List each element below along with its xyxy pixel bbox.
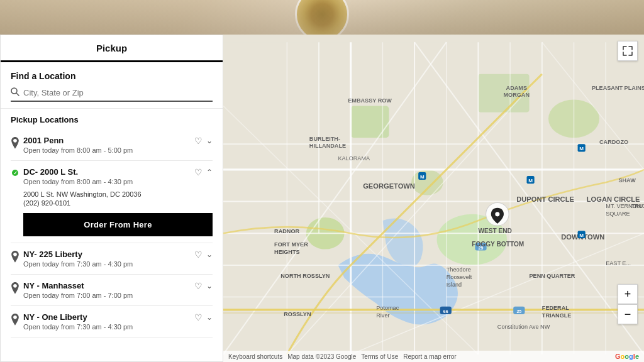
svg-text:CARDOZO: CARDOZO [599,139,628,145]
location-expanded: 2000 L St. NW Washington, DC 20036 (202)… [11,185,213,236]
location-header: 2001 Penn Open today from 8:00 am - 5:00… [11,136,213,154]
favorite-button[interactable]: ♡ [194,281,203,291]
location-info: NY - One Liberty Open today from 7:30 am… [23,312,133,331]
svg-line-1 [17,94,19,96]
collapse-button[interactable]: ⌃ [206,168,213,177]
map-footer: Keyboard shortcuts Map data ©2023 Google… [223,351,644,362]
keyboard-shortcuts[interactable]: Keyboard shortcuts [228,353,282,360]
map-svg: 25 29 66 EMBASSY ROW ADAMS MORGAN PLEASA… [223,35,644,362]
location-left: 2001 Penn Open today from 8:00 am - 5:00… [11,136,194,154]
svg-text:HILLANDALE: HILLANDALE [309,143,346,149]
location-name: NY - Manhasset [23,281,133,290]
map-controls [618,41,638,61]
report-error[interactable]: Report a map error [403,353,456,360]
svg-rect-5 [351,106,389,138]
location-header: NY - Manhasset Open today from 7:00 am -… [11,281,213,299]
location-hours: Open today from 7:00 am - 7:00 pm [23,292,133,299]
pin-icon [11,251,19,263]
svg-text:MORGAN: MORGAN [504,92,530,98]
svg-text:Constitution Ave NW: Constitution Ave NW [497,324,550,330]
location-actions: ♡ ⌄ [194,136,213,146]
top-banner [0,0,644,35]
expand-button[interactable]: ⌄ [206,250,213,259]
tab-bar: Pickup [1,35,223,62]
svg-text:SHAW: SHAW [618,177,636,184]
terms-of-use[interactable]: Terms of Use [361,353,398,360]
map-panel[interactable]: 25 29 66 EMBASSY ROW ADAMS MORGAN PLEASA… [223,35,644,362]
find-section: Find a Location [1,62,223,109]
svg-text:River: River [376,312,389,319]
svg-text:Theodore: Theodore [447,266,471,273]
svg-text:25: 25 [516,309,521,314]
svg-text:MT. VERNON: MT. VERNON [606,203,641,209]
location-actions: ♡ ⌄ [194,250,213,260]
svg-text:M: M [420,174,425,180]
zoom-in-button[interactable]: + [618,284,638,304]
location-header: DC- 2000 L St. Open today from 8:00 am -… [11,167,213,185]
svg-point-0 [11,88,17,94]
svg-text:BURLEITH-: BURLEITH- [309,136,340,142]
left-panel: Pickup Find a Location Pickup Locations [0,35,223,362]
map-container[interactable]: 25 29 66 EMBASSY ROW ADAMS MORGAN PLEASA… [223,35,644,362]
location-name: 2001 Penn [23,136,133,145]
svg-text:WEST END: WEST END [478,228,511,234]
locations-section: Pickup Locations 2001 Penn Open today fr… [1,109,223,361]
svg-text:FEDERAL: FEDERAL [542,305,569,311]
svg-text:ADAMS: ADAMS [506,85,527,91]
list-item: 2001 Penn Open today from 8:00 am - 5:00… [11,129,213,161]
search-icon [11,87,19,98]
location-address: 2000 L St. NW Washington, DC 20036 [23,190,213,198]
location-info: NY- 225 Liberty Open today from 7:30 am … [23,250,133,268]
location-info: NY - Manhasset Open today from 7:00 am -… [23,281,133,299]
location-info: DC- 2000 L St. Open today from 8:00 am -… [23,167,133,185]
svg-text:DUPONT CIRCLE: DUPONT CIRCLE [516,195,574,203]
expand-button[interactable]: ⌄ [206,282,213,290]
location-actions: ♡ ⌄ [194,281,213,291]
svg-text:M: M [579,233,584,238]
svg-text:Roosevelt: Roosevelt [447,274,472,280]
svg-text:PLEASANT PLAINS: PLEASANT PLAINS [592,85,644,91]
svg-text:GEORGETOWN: GEORGETOWN [363,182,415,190]
svg-text:FOGGY BOTTOM: FOGGY BOTTOM [472,241,524,248]
location-left: DC- 2000 L St. Open today from 8:00 am -… [11,167,194,185]
expand-button[interactable]: ⌄ [206,136,213,145]
svg-text:EMBASSY ROW: EMBASSY ROW [348,97,392,104]
expand-button[interactable]: ⌄ [206,313,213,322]
location-hours: Open today from 7:30 am - 4:30 pm [23,260,133,268]
zoom-controls: + − [618,284,638,324]
favorite-button[interactable]: ♡ [194,136,203,146]
location-hours: Open today from 8:00 am - 4:30 pm [23,178,133,185]
favorite-button[interactable]: ♡ [194,167,203,177]
find-location-title: Find a Location [11,71,213,81]
pin-icon [11,314,19,326]
list-item: NY- 225 Liberty Open today from 7:30 am … [11,243,213,275]
fullscreen-button[interactable] [618,41,638,61]
location-header: NY - One Liberty Open today from 7:30 am… [11,312,213,331]
list-item: NY - One Liberty Open today from 7:30 am… [11,306,213,337]
favorite-button[interactable]: ♡ [194,250,203,260]
svg-text:SQUARE: SQUARE [606,211,630,217]
order-from-here-button[interactable]: Order From Here [23,213,213,236]
svg-text:TRIANGLE: TRIANGLE [542,312,572,319]
map-data: Map data ©2023 Google [287,353,356,360]
pickup-tab[interactable]: Pickup [96,43,127,53]
svg-text:M: M [579,146,584,151]
map-location-pin [486,203,509,226]
svg-text:ROSSLYN: ROSSLYN [284,311,311,317]
location-search-input[interactable] [23,88,213,97]
svg-text:Island: Island [447,282,462,288]
location-actions: ♡ ⌃ [194,167,213,177]
location-left: NY - One Liberty Open today from 7:30 am… [11,312,194,331]
locations-title: Pickup Locations [11,115,213,124]
svg-text:LOGAN CIRCLE: LOGAN CIRCLE [587,195,640,203]
favorite-button[interactable]: ♡ [194,312,203,322]
location-hours: Open today from 8:00 am - 5:00 pm [23,146,133,154]
zoom-out-button[interactable]: − [618,304,638,324]
search-row [11,87,213,102]
svg-text:HEIGHTS: HEIGHTS [274,249,300,255]
svg-point-83 [495,212,499,216]
svg-text:KALORAMA: KALORAMA [338,155,370,162]
svg-text:M: M [528,178,533,184]
google-logo: Google [615,353,639,360]
location-info: 2001 Penn Open today from 8:00 am - 5:00… [23,136,133,154]
